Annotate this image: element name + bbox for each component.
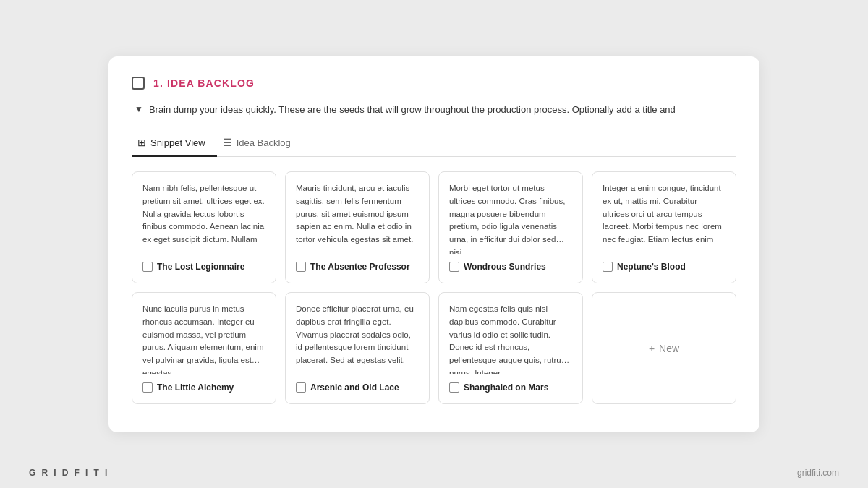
card-checkbox-1[interactable] — [142, 262, 153, 272]
idea-card-7[interactable]: Nam egestas felis quis nisl dapibus comm… — [438, 292, 583, 404]
main-card: 1. IDEA BACKLOG ▼ Brain dump your ideas … — [109, 56, 760, 432]
card-title-1: The Lost Legionnaire — [157, 261, 244, 273]
description-row: ▼ Brain dump your ideas quickly. These a… — [132, 103, 736, 117]
description-text: Brain dump your ideas quickly. These are… — [149, 103, 676, 117]
card-title-5: The Little Alchemy — [157, 382, 234, 393]
card-text-6: Donec efficitur placerat urna, eu dapibu… — [296, 303, 419, 374]
idea-card-6[interactable]: Donec efficitur placerat urna, eu dapibu… — [285, 292, 430, 404]
idea-card-1[interactable]: Nam nibh felis, pellentesque ut pretium … — [132, 171, 276, 283]
card-title-3: Wondrous Sundries — [464, 261, 546, 273]
brand-left: G R I D F I T I — [29, 468, 109, 478]
card-title-2: The Absentee Professor — [310, 261, 410, 273]
card-text-5: Nunc iaculis purus in metus rhoncus accu… — [142, 303, 265, 374]
card-text-7: Nam egestas felis quis nisl dapibus comm… — [449, 303, 572, 374]
card-footer-3: Wondrous Sundries — [449, 261, 572, 273]
section-checkbox[interactable] — [132, 77, 145, 90]
new-card-label: New — [659, 343, 679, 354]
idea-card-5[interactable]: Nunc iaculis purus in metus rhoncus accu… — [132, 292, 276, 404]
card-title-4: Neptune's Blood — [617, 261, 686, 273]
card-checkbox-5[interactable] — [142, 382, 153, 393]
card-text-4: Integer a enim congue, tincidunt ex ut, … — [603, 182, 726, 254]
card-footer-1: The Lost Legionnaire — [142, 261, 265, 273]
section-title: 1. IDEA BACKLOG — [153, 77, 255, 89]
card-checkbox-3[interactable] — [449, 262, 459, 272]
idea-backlog-icon: ☰ — [223, 137, 232, 148]
card-title-7: Shanghaied on Mars — [464, 382, 548, 393]
card-checkbox-2[interactable] — [296, 262, 306, 272]
card-text-1: Nam nibh felis, pellentesque ut pretium … — [142, 182, 265, 254]
tabs-row: ⊞ Snippet View ☰ Idea Backlog — [132, 131, 736, 157]
tab-snippet-label: Snippet View — [150, 137, 205, 148]
card-footer-5: The Little Alchemy — [142, 382, 265, 393]
cards-grid-row1: Nam nibh felis, pellentesque ut pretium … — [132, 171, 736, 283]
new-card-button[interactable]: + New — [592, 292, 736, 404]
card-text-2: Mauris tincidunt, arcu et iaculis sagitt… — [296, 182, 419, 254]
brand-right: gridfiti.com — [797, 468, 839, 478]
card-checkbox-7[interactable] — [449, 382, 459, 393]
card-footer-7: Shanghaied on Mars — [449, 382, 572, 393]
card-checkbox-4[interactable] — [603, 262, 613, 272]
idea-card-4[interactable]: Integer a enim congue, tincidunt ex ut, … — [592, 171, 736, 283]
chevron-icon: ▼ — [135, 104, 143, 114]
cards-grid-row2: Nunc iaculis purus in metus rhoncus accu… — [132, 292, 736, 404]
idea-card-3[interactable]: Morbi eget tortor ut metus ultrices comm… — [438, 171, 583, 283]
tab-backlog-label: Idea Backlog — [237, 137, 291, 148]
card-checkbox-6[interactable] — [296, 382, 306, 393]
plus-icon: + — [649, 343, 655, 354]
footer: G R I D F I T I gridfiti.com — [0, 458, 868, 488]
tab-snippet-view[interactable]: ⊞ Snippet View — [132, 131, 217, 157]
snippet-view-icon: ⊞ — [137, 137, 146, 148]
tab-idea-backlog[interactable]: ☰ Idea Backlog — [217, 131, 302, 157]
idea-card-2[interactable]: Mauris tincidunt, arcu et iaculis sagitt… — [285, 171, 430, 283]
card-title-6: Arsenic and Old Lace — [310, 382, 399, 393]
card-footer-2: The Absentee Professor — [296, 261, 419, 273]
page-background: 1. IDEA BACKLOG ▼ Brain dump your ideas … — [0, 0, 868, 488]
card-footer-4: Neptune's Blood — [603, 261, 726, 273]
section-header: 1. IDEA BACKLOG — [132, 77, 736, 90]
card-footer-6: Arsenic and Old Lace — [296, 382, 419, 393]
card-text-3: Morbi eget tortor ut metus ultrices comm… — [449, 182, 572, 254]
